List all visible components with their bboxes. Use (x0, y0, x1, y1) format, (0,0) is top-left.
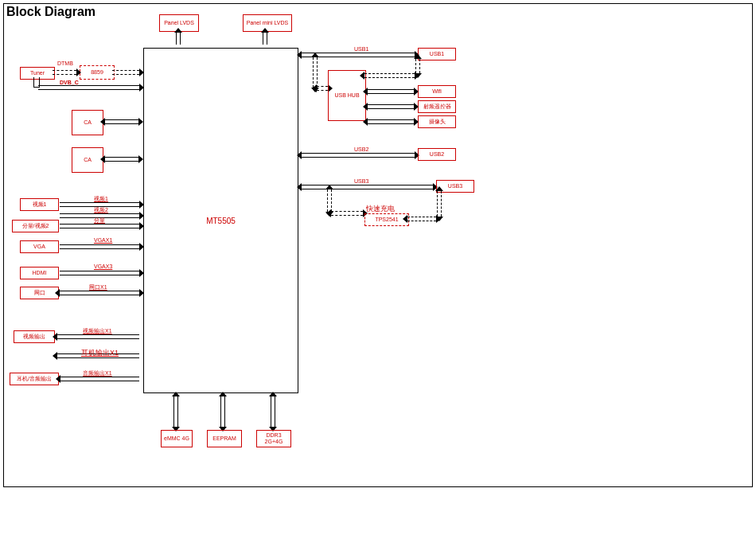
arrow-vgax3 (60, 271, 139, 275)
vgax1-label: VGAX1 (94, 237, 112, 243)
arrow-8859 (112, 70, 139, 75)
arrow-mini-lvds (263, 33, 267, 45)
arrow-hub-down (313, 57, 318, 88)
usb1-box: USB1 (418, 48, 456, 61)
usb2-box: USB2 (418, 148, 456, 161)
page-title: Block Diagram (6, 5, 95, 19)
8859-box: 8859 (80, 65, 115, 80)
arrow-ddr3 (271, 396, 275, 427)
emmc-box: eMMC 4G (161, 430, 193, 447)
arrow-usb3 (302, 185, 433, 189)
arrow-rf (368, 104, 414, 109)
arrow-eepram (220, 396, 225, 427)
arrow-emmc (173, 396, 178, 427)
camera-box: 摄像头 (418, 115, 456, 128)
arrow-fc-h (331, 211, 363, 216)
arrow-ca2 (105, 157, 138, 162)
video2-label: 视频2 (94, 206, 108, 214)
main-chip: MT5505 (143, 48, 298, 393)
video1-label: 视频1 (94, 195, 108, 203)
arrow-usb2 (302, 153, 415, 158)
arrow-camera (368, 119, 414, 124)
hdmi-box: HDMI (20, 267, 59, 279)
audio-out-x1-label: 音频输出X1 (83, 369, 112, 377)
netx1-label: 网口X1 (89, 283, 107, 291)
arrow-dvbc (38, 85, 139, 90)
video-out-box: 视频输出 (14, 330, 55, 343)
net-box: 网口 (20, 287, 59, 299)
video1-box: 视频1 (20, 198, 59, 211)
arrow-tps-usb3-v (437, 191, 442, 217)
rf-remote-box: 射频遥控器 (418, 100, 456, 113)
vga-box: VGA (20, 240, 59, 253)
arrow-fc-v (327, 189, 332, 212)
ca1-box: CA (72, 110, 103, 135)
usb2-label: USB2 (354, 146, 368, 152)
arrow-ca1 (105, 119, 138, 124)
usb3-label: USB3 (354, 178, 368, 184)
usb1-label: USB1 (354, 46, 368, 52)
ca2-box: CA (72, 147, 103, 173)
arrow-vgax1 (60, 244, 139, 249)
eepram-box: EEPRAM (207, 430, 242, 447)
hp-audio-out-box: 耳机/音频输出 (10, 373, 59, 385)
arrow-tps-usb3 (407, 217, 436, 221)
vgax3-label: VGAX3 (94, 264, 112, 269)
dvbc-label: DVB_C (60, 80, 79, 85)
arrow-hub-usb1 (364, 73, 415, 78)
arrow-dtmb (53, 70, 76, 75)
dtmb-label: DTMB (57, 61, 73, 66)
video-out-x1-label: 视频输出X1 (83, 327, 112, 335)
comp-label: 分量 (94, 217, 105, 225)
hp-x1-label: 耳机输出X1 (81, 348, 119, 358)
wifi-box: Wifi (418, 85, 456, 98)
arrow-lvds (176, 33, 181, 45)
arrow-wifi (368, 89, 414, 94)
ddr3-box: DDR3 2G+4G (256, 430, 291, 447)
comp-video2-box: 分量/视频2 (12, 220, 59, 232)
arrow-hub-h (317, 86, 328, 91)
arrow-hub-usb1-v (415, 59, 420, 73)
